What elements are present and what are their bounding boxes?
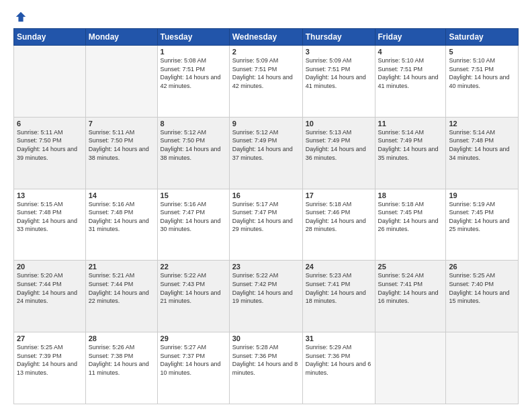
day-number: 8 bbox=[161, 120, 226, 128]
day-number: 16 bbox=[232, 191, 300, 199]
calendar-cell-empty bbox=[446, 332, 519, 404]
calendar-cell-21: 21Sunrise: 5:21 AMSunset: 7:44 PMDayligh… bbox=[85, 261, 157, 332]
calendar-cell-9: 9Sunrise: 5:12 AMSunset: 7:49 PMDaylight… bbox=[229, 117, 302, 189]
day-number: 2 bbox=[232, 48, 300, 56]
calendar-cell-24: 24Sunrise: 5:23 AMSunset: 7:41 PMDayligh… bbox=[302, 261, 375, 332]
calendar-cell-14: 14Sunrise: 5:16 AMSunset: 7:48 PMDayligh… bbox=[85, 189, 157, 261]
day-info: Sunrise: 5:09 AMSunset: 7:51 PMDaylight:… bbox=[306, 56, 372, 90]
day-number: 19 bbox=[449, 191, 515, 199]
calendar-cell-20: 20Sunrise: 5:20 AMSunset: 7:44 PMDayligh… bbox=[14, 261, 86, 332]
day-info: Sunrise: 5:29 AMSunset: 7:36 PMDaylight:… bbox=[306, 343, 372, 377]
calendar-cell-26: 26Sunrise: 5:25 AMSunset: 7:40 PMDayligh… bbox=[446, 261, 519, 332]
day-number: 13 bbox=[17, 191, 83, 199]
day-info: Sunrise: 5:25 AMSunset: 7:39 PMDaylight:… bbox=[17, 343, 83, 377]
day-info: Sunrise: 5:12 AMSunset: 7:49 PMDaylight:… bbox=[232, 128, 300, 162]
week-row-4: 20Sunrise: 5:20 AMSunset: 7:44 PMDayligh… bbox=[14, 261, 519, 332]
weekday-header-friday: Friday bbox=[375, 29, 446, 46]
day-info: Sunrise: 5:18 AMSunset: 7:45 PMDaylight:… bbox=[378, 200, 443, 234]
calendar-cell-28: 28Sunrise: 5:26 AMSunset: 7:38 PMDayligh… bbox=[85, 332, 157, 404]
day-info: Sunrise: 5:14 AMSunset: 7:48 PMDaylight:… bbox=[449, 128, 515, 162]
calendar-cell-18: 18Sunrise: 5:18 AMSunset: 7:45 PMDayligh… bbox=[375, 189, 446, 261]
day-info: Sunrise: 5:28 AMSunset: 7:36 PMDaylight:… bbox=[232, 343, 300, 377]
day-info: Sunrise: 5:27 AMSunset: 7:37 PMDaylight:… bbox=[161, 343, 226, 377]
day-number: 14 bbox=[89, 191, 154, 199]
calendar-cell-13: 13Sunrise: 5:15 AMSunset: 7:48 PMDayligh… bbox=[14, 189, 86, 261]
calendar-cell-empty bbox=[85, 46, 157, 118]
calendar-cell-19: 19Sunrise: 5:19 AMSunset: 7:45 PMDayligh… bbox=[446, 189, 519, 261]
day-info: Sunrise: 5:18 AMSunset: 7:46 PMDaylight:… bbox=[306, 200, 372, 234]
day-number: 7 bbox=[89, 120, 154, 128]
day-number: 1 bbox=[161, 48, 226, 56]
calendar-cell-3: 3Sunrise: 5:09 AMSunset: 7:51 PMDaylight… bbox=[302, 46, 375, 118]
calendar-cell-4: 4Sunrise: 5:10 AMSunset: 7:51 PMDaylight… bbox=[375, 46, 446, 118]
calendar-cell-7: 7Sunrise: 5:11 AMSunset: 7:50 PMDaylight… bbox=[85, 117, 157, 189]
day-number: 6 bbox=[17, 120, 83, 128]
weekday-header-wednesday: Wednesday bbox=[229, 29, 302, 46]
calendar-cell-31: 31Sunrise: 5:29 AMSunset: 7:36 PMDayligh… bbox=[302, 332, 375, 404]
day-number: 22 bbox=[161, 263, 226, 271]
day-number: 20 bbox=[17, 263, 83, 271]
calendar-cell-17: 17Sunrise: 5:18 AMSunset: 7:46 PMDayligh… bbox=[302, 189, 375, 261]
logo-icon bbox=[15, 11, 27, 23]
week-row-2: 6Sunrise: 5:11 AMSunset: 7:50 PMDaylight… bbox=[14, 117, 519, 189]
weekday-header-sunday: Sunday bbox=[14, 29, 86, 46]
day-number: 30 bbox=[232, 334, 300, 342]
day-number: 21 bbox=[89, 263, 154, 271]
weekday-header-row: SundayMondayTuesdayWednesdayThursdayFrid… bbox=[14, 29, 519, 46]
day-info: Sunrise: 5:10 AMSunset: 7:51 PMDaylight:… bbox=[449, 56, 515, 90]
day-info: Sunrise: 5:26 AMSunset: 7:38 PMDaylight:… bbox=[89, 343, 154, 377]
logo bbox=[13, 11, 27, 23]
day-number: 12 bbox=[449, 120, 515, 128]
calendar-cell-25: 25Sunrise: 5:24 AMSunset: 7:41 PMDayligh… bbox=[375, 261, 446, 332]
day-info: Sunrise: 5:22 AMSunset: 7:42 PMDaylight:… bbox=[232, 271, 300, 305]
day-number: 24 bbox=[306, 263, 372, 271]
day-info: Sunrise: 5:17 AMSunset: 7:47 PMDaylight:… bbox=[232, 200, 300, 234]
calendar-cell-22: 22Sunrise: 5:22 AMSunset: 7:43 PMDayligh… bbox=[157, 261, 229, 332]
header bbox=[13, 11, 519, 23]
day-number: 5 bbox=[449, 48, 515, 56]
calendar-cell-empty bbox=[375, 332, 446, 404]
week-row-1: 1Sunrise: 5:08 AMSunset: 7:51 PMDaylight… bbox=[14, 46, 519, 118]
calendar-cell-5: 5Sunrise: 5:10 AMSunset: 7:51 PMDaylight… bbox=[446, 46, 519, 118]
day-info: Sunrise: 5:21 AMSunset: 7:44 PMDaylight:… bbox=[89, 271, 154, 305]
day-number: 31 bbox=[306, 334, 372, 342]
page: SundayMondayTuesdayWednesdayThursdayFrid… bbox=[0, 0, 532, 411]
calendar-cell-6: 6Sunrise: 5:11 AMSunset: 7:50 PMDaylight… bbox=[14, 117, 86, 189]
calendar-cell-12: 12Sunrise: 5:14 AMSunset: 7:48 PMDayligh… bbox=[446, 117, 519, 189]
calendar-cell-1: 1Sunrise: 5:08 AMSunset: 7:51 PMDaylight… bbox=[157, 46, 229, 118]
day-info: Sunrise: 5:15 AMSunset: 7:48 PMDaylight:… bbox=[17, 200, 83, 234]
day-info: Sunrise: 5:23 AMSunset: 7:41 PMDaylight:… bbox=[306, 271, 372, 305]
day-info: Sunrise: 5:20 AMSunset: 7:44 PMDaylight:… bbox=[17, 271, 83, 305]
week-row-5: 27Sunrise: 5:25 AMSunset: 7:39 PMDayligh… bbox=[14, 332, 519, 404]
day-number: 9 bbox=[232, 120, 300, 128]
day-number: 15 bbox=[161, 191, 226, 199]
calendar-cell-16: 16Sunrise: 5:17 AMSunset: 7:47 PMDayligh… bbox=[229, 189, 302, 261]
calendar-cell-10: 10Sunrise: 5:13 AMSunset: 7:49 PMDayligh… bbox=[302, 117, 375, 189]
calendar-cell-23: 23Sunrise: 5:22 AMSunset: 7:42 PMDayligh… bbox=[229, 261, 302, 332]
day-info: Sunrise: 5:12 AMSunset: 7:50 PMDaylight:… bbox=[161, 128, 226, 162]
day-info: Sunrise: 5:22 AMSunset: 7:43 PMDaylight:… bbox=[161, 271, 226, 305]
day-number: 4 bbox=[378, 48, 443, 56]
calendar-cell-27: 27Sunrise: 5:25 AMSunset: 7:39 PMDayligh… bbox=[14, 332, 86, 404]
day-number: 17 bbox=[306, 191, 372, 199]
day-info: Sunrise: 5:19 AMSunset: 7:45 PMDaylight:… bbox=[449, 200, 515, 234]
day-number: 29 bbox=[161, 334, 226, 342]
day-number: 10 bbox=[306, 120, 372, 128]
day-number: 3 bbox=[306, 48, 372, 56]
calendar-cell-empty bbox=[14, 46, 86, 118]
weekday-header-thursday: Thursday bbox=[302, 29, 375, 46]
weekday-header-saturday: Saturday bbox=[446, 29, 519, 46]
weekday-header-tuesday: Tuesday bbox=[157, 29, 229, 46]
calendar-cell-29: 29Sunrise: 5:27 AMSunset: 7:37 PMDayligh… bbox=[157, 332, 229, 404]
day-number: 11 bbox=[378, 120, 443, 128]
day-info: Sunrise: 5:10 AMSunset: 7:51 PMDaylight:… bbox=[378, 56, 443, 90]
day-info: Sunrise: 5:16 AMSunset: 7:48 PMDaylight:… bbox=[89, 200, 154, 234]
day-info: Sunrise: 5:24 AMSunset: 7:41 PMDaylight:… bbox=[378, 271, 443, 305]
svg-marker-0 bbox=[16, 12, 26, 21]
calendar-cell-8: 8Sunrise: 5:12 AMSunset: 7:50 PMDaylight… bbox=[157, 117, 229, 189]
day-info: Sunrise: 5:08 AMSunset: 7:51 PMDaylight:… bbox=[161, 56, 226, 90]
calendar-cell-15: 15Sunrise: 5:16 AMSunset: 7:47 PMDayligh… bbox=[157, 189, 229, 261]
week-row-3: 13Sunrise: 5:15 AMSunset: 7:48 PMDayligh… bbox=[14, 189, 519, 261]
calendar-cell-30: 30Sunrise: 5:28 AMSunset: 7:36 PMDayligh… bbox=[229, 332, 302, 404]
day-info: Sunrise: 5:11 AMSunset: 7:50 PMDaylight:… bbox=[89, 128, 154, 162]
